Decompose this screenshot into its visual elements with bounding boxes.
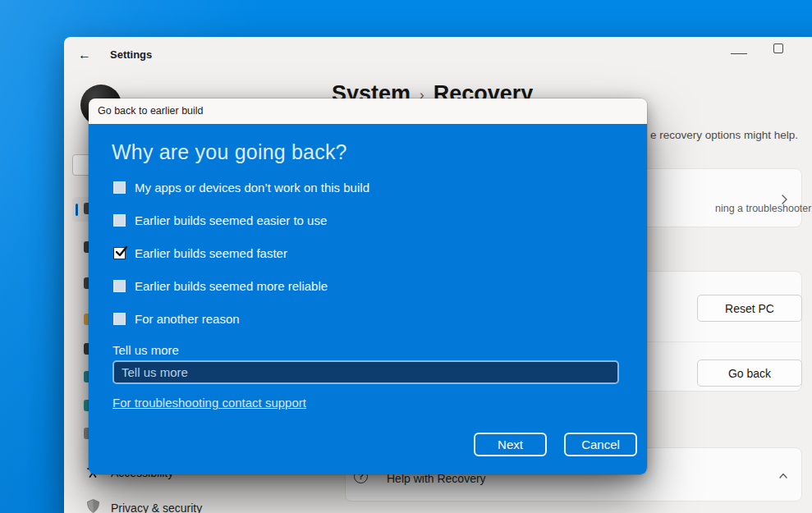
reset-pc-button[interactable]: Reset PC <box>697 295 802 322</box>
reason-option-label: Earlier builds seemed easier to use <box>135 213 327 227</box>
reason-option-label: My apps or devices don’t work on this bu… <box>135 181 369 195</box>
reason-option-row: Earlier builds seemed easier to use <box>113 213 327 227</box>
reason-option-label: Earlier builds seemed more reliable <box>135 279 328 293</box>
dialog-body: Why are you going back? My apps or devic… <box>89 124 647 474</box>
back-button[interactable]: ← <box>77 48 92 62</box>
reason-option-row: My apps or devices don’t work on this bu… <box>113 180 369 195</box>
checkbox-unchecked[interactable] <box>113 313 126 325</box>
tell-us-more-input[interactable] <box>112 360 619 384</box>
reason-option-row: Earlier builds seemed more reliable <box>113 278 328 293</box>
maximize-button[interactable] <box>773 44 783 53</box>
chevron-right-icon <box>778 194 790 208</box>
go-back-button[interactable]: Go back <box>697 360 802 387</box>
reason-option-row: Earlier builds seemed faster <box>113 245 287 260</box>
cancel-button[interactable]: Cancel <box>564 433 637 456</box>
checkbox-unchecked[interactable] <box>113 214 126 227</box>
checkbox-checked[interactable] <box>113 247 126 259</box>
contact-support-link[interactable]: For troubleshooting contact support <box>112 396 306 410</box>
chevron-up-icon[interactable] <box>778 470 789 485</box>
selected-item-indicator <box>76 204 78 216</box>
reason-option-label: Earlier builds seemed faster <box>135 246 287 260</box>
next-button[interactable]: Next <box>474 433 547 456</box>
dialog-heading: Why are you going back? <box>112 140 347 164</box>
checkbox-unchecked[interactable] <box>113 181 126 194</box>
tell-us-more-label: Tell us more <box>112 343 179 357</box>
minimize-button[interactable] <box>731 48 747 54</box>
shield-icon <box>85 498 101 513</box>
window-titlebar: ← Settings <box>64 37 812 65</box>
troubleshooter-subtitle: ning a troubleshooter <box>715 203 811 214</box>
reason-option-label: For another reason <box>135 312 240 326</box>
recovery-intro-text: e recovery options might help. <box>650 129 798 141</box>
go-back-dialog: Go back to earlier build Why are you goi… <box>89 98 647 474</box>
reason-option-row: For another reason <box>113 311 240 326</box>
checkbox-unchecked[interactable] <box>113 280 126 292</box>
window-title: Settings <box>110 48 152 61</box>
sidebar-item-privacy-security[interactable]: Privacy & security <box>111 502 202 513</box>
dialog-titlebar[interactable]: Go back to earlier build <box>89 98 647 124</box>
